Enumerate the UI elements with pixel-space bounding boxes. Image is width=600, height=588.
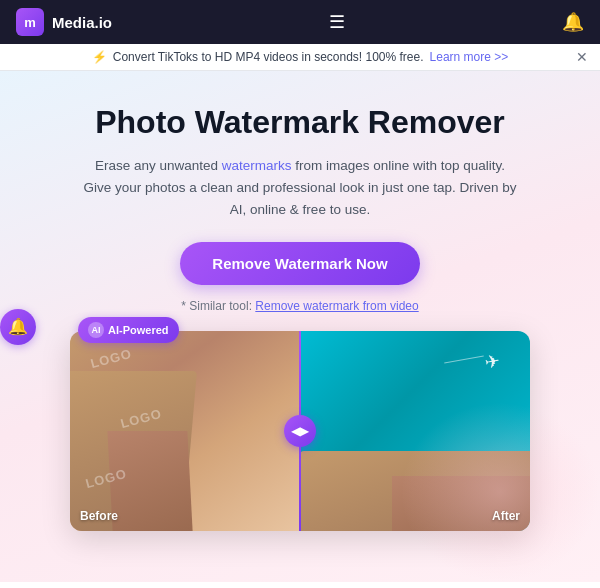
before-image: LOGO LOGO LOGO [70, 331, 300, 531]
page-title: Photo Watermark Remover [95, 103, 505, 141]
hamburger-icon[interactable]: ☰ [329, 11, 345, 33]
side-float-icon: 🔔 [8, 317, 28, 336]
comparison-slider[interactable]: LOGO LOGO LOGO ✈ ◀▶ Before After [70, 331, 530, 531]
logo-text: Media.io [52, 14, 112, 31]
before-label: Before [80, 509, 118, 523]
ai-badge: AI AI-Powered [78, 317, 179, 343]
main-content: 🔔 Photo Watermark Remover Erase any unwa… [0, 71, 600, 582]
side-float-button[interactable]: 🔔 [0, 309, 36, 345]
similar-tool-prefix: * Similar tool: [181, 299, 255, 313]
navbar: m Media.io ☰ 🔔 [0, 0, 600, 44]
hero-subtitle: Erase any unwanted watermarks from image… [80, 155, 520, 220]
learn-more-link[interactable]: Learn more >> [430, 50, 509, 64]
after-label: After [492, 509, 520, 523]
bell-icon[interactable]: 🔔 [562, 11, 584, 33]
remove-watermark-button[interactable]: Remove Watermark Now [180, 242, 419, 285]
similar-tool-link[interactable]: Remove watermark from video [255, 299, 418, 313]
after-image: ✈ [300, 331, 530, 531]
promo-text: Convert TikToks to HD MP4 videos in seco… [113, 50, 424, 64]
similar-tool-row: * Similar tool: Remove watermark from vi… [181, 299, 418, 313]
logo-initials: m [24, 15, 36, 30]
lightning-icon: ⚡ [92, 50, 107, 64]
airplane-icon: ✈ [483, 350, 502, 374]
logo[interactable]: m Media.io [16, 8, 112, 36]
ai-badge-label: AI-Powered [108, 324, 169, 336]
ai-circle-icon: AI [88, 322, 104, 338]
comparison-handle[interactable]: ◀▶ [284, 415, 316, 447]
watermark-1: LOGO [89, 346, 134, 371]
subtitle-plain: Erase any unwanted [95, 158, 222, 173]
promo-close-button[interactable]: ✕ [576, 49, 588, 65]
logo-icon: m [16, 8, 44, 36]
subtitle-highlight: watermarks [222, 158, 292, 173]
promo-banner: ⚡ Convert TikToks to HD MP4 videos in se… [0, 44, 600, 71]
handle-arrows-icon: ◀▶ [291, 424, 309, 438]
